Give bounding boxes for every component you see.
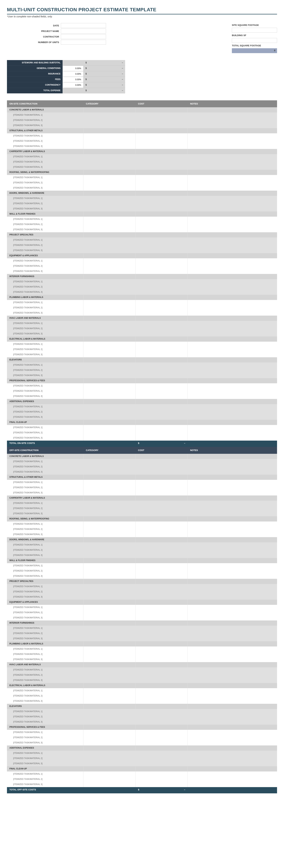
item-notes[interactable]: [188, 243, 277, 248]
item-notes[interactable]: [188, 693, 277, 699]
item-cost[interactable]: [136, 389, 188, 394]
item-notes[interactable]: [188, 238, 277, 243]
item-notes[interactable]: [188, 522, 277, 527]
item-category[interactable]: [83, 652, 136, 657]
item-cost[interactable]: [136, 699, 188, 704]
item-label[interactable]: [ITEMIZED TASK/MATERIAL 1]: [7, 751, 83, 756]
item-notes[interactable]: [188, 227, 277, 232]
item-notes[interactable]: [188, 469, 277, 475]
item-label[interactable]: [ITEMIZED TASK/MATERIAL 1]: [7, 667, 83, 673]
item-cost[interactable]: [136, 164, 188, 170]
item-cost[interactable]: [136, 196, 188, 201]
item-category[interactable]: [83, 383, 136, 389]
item-label[interactable]: [ITEMIZED TASK/MATERIAL 2]: [7, 714, 83, 719]
item-category[interactable]: [83, 693, 136, 699]
item-cost[interactable]: [136, 321, 188, 326]
item-cost[interactable]: [136, 347, 188, 352]
item-category[interactable]: [83, 647, 136, 652]
item-label[interactable]: [ITEMIZED TASK/MATERIAL 2]: [7, 777, 83, 782]
item-label[interactable]: [ITEMIZED TASK/MATERIAL 2]: [7, 243, 83, 248]
item-cost[interactable]: [136, 435, 188, 441]
item-notes[interactable]: [188, 269, 277, 274]
item-notes[interactable]: [188, 248, 277, 253]
item-label[interactable]: [ITEMIZED TASK/MATERIAL 3]: [7, 532, 83, 537]
item-cost[interactable]: [136, 264, 188, 269]
item-category[interactable]: [83, 699, 136, 704]
item-notes[interactable]: [188, 636, 277, 641]
item-cost[interactable]: [136, 185, 188, 191]
item-cost[interactable]: [136, 144, 188, 149]
item-label[interactable]: [ITEMIZED TASK/MATERIAL 1]: [7, 258, 83, 264]
item-notes[interactable]: [188, 217, 277, 222]
item-label[interactable]: [ITEMIZED TASK/MATERIAL 1]: [7, 542, 83, 548]
item-label[interactable]: [ITEMIZED TASK/MATERIAL 2]: [7, 180, 83, 185]
item-cost[interactable]: [136, 740, 188, 745]
item-cost[interactable]: [136, 459, 188, 464]
item-category[interactable]: [83, 574, 136, 579]
item-label[interactable]: [ITEMIZED TASK/MATERIAL 3]: [7, 435, 83, 441]
item-cost[interactable]: [136, 331, 188, 336]
item-notes[interactable]: [188, 532, 277, 537]
item-label[interactable]: [ITEMIZED TASK/MATERIAL 1]: [7, 175, 83, 180]
item-label[interactable]: [ITEMIZED TASK/MATERIAL 1]: [7, 321, 83, 326]
item-category[interactable]: [83, 501, 136, 506]
item-category[interactable]: [83, 605, 136, 610]
item-category[interactable]: [83, 206, 136, 212]
item-category[interactable]: [83, 756, 136, 761]
item-notes[interactable]: [188, 284, 277, 289]
item-cost[interactable]: [136, 568, 188, 574]
item-notes[interactable]: [188, 264, 277, 269]
item-notes[interactable]: [188, 144, 277, 149]
item-category[interactable]: [83, 730, 136, 735]
item-category[interactable]: [83, 118, 136, 123]
item-notes[interactable]: [188, 404, 277, 409]
item-label[interactable]: [ITEMIZED TASK/MATERIAL 3]: [7, 289, 83, 295]
item-notes[interactable]: [188, 756, 277, 761]
item-notes[interactable]: [188, 279, 277, 284]
item-category[interactable]: [83, 310, 136, 316]
item-cost[interactable]: [136, 542, 188, 548]
item-notes[interactable]: [188, 310, 277, 316]
item-notes[interactable]: [188, 485, 277, 490]
item-category[interactable]: [83, 164, 136, 170]
item-cost[interactable]: [136, 300, 188, 305]
item-label[interactable]: [ITEMIZED TASK/MATERIAL 2]: [7, 631, 83, 636]
item-cost[interactable]: [136, 201, 188, 206]
item-cost[interactable]: [136, 605, 188, 610]
item-label[interactable]: [ITEMIZED TASK/MATERIAL 3]: [7, 678, 83, 683]
summary-pct[interactable]: 0.00%: [63, 77, 83, 82]
item-category[interactable]: [83, 688, 136, 693]
item-notes[interactable]: [188, 258, 277, 264]
item-cost[interactable]: [136, 368, 188, 373]
item-notes[interactable]: [188, 164, 277, 170]
item-cost[interactable]: [136, 490, 188, 495]
item-category[interactable]: [83, 227, 136, 232]
item-cost[interactable]: [136, 673, 188, 678]
item-notes[interactable]: [188, 735, 277, 740]
item-category[interactable]: [83, 196, 136, 201]
item-category[interactable]: [83, 636, 136, 641]
item-label[interactable]: [ITEMIZED TASK/MATERIAL 3]: [7, 227, 83, 232]
item-category[interactable]: [83, 201, 136, 206]
item-cost[interactable]: [136, 688, 188, 693]
item-cost[interactable]: [136, 248, 188, 253]
item-label[interactable]: [ITEMIZED TASK/MATERIAL 1]: [7, 154, 83, 159]
item-notes[interactable]: [188, 347, 277, 352]
item-category[interactable]: [83, 589, 136, 594]
item-label[interactable]: [ITEMIZED TASK/MATERIAL 3]: [7, 574, 83, 579]
item-category[interactable]: [83, 772, 136, 777]
item-cost[interactable]: [136, 693, 188, 699]
item-notes[interactable]: [188, 673, 277, 678]
item-notes[interactable]: [188, 542, 277, 548]
item-cost[interactable]: [136, 279, 188, 284]
item-label[interactable]: [ITEMIZED TASK/MATERIAL 2]: [7, 673, 83, 678]
item-category[interactable]: [83, 678, 136, 683]
item-cost[interactable]: [136, 383, 188, 389]
item-notes[interactable]: [188, 133, 277, 138]
item-category[interactable]: [83, 594, 136, 600]
item-label[interactable]: [ITEMIZED TASK/MATERIAL 2]: [7, 652, 83, 657]
item-label[interactable]: [ITEMIZED TASK/MATERIAL 1]: [7, 563, 83, 568]
item-cost[interactable]: [136, 719, 188, 724]
item-label[interactable]: [ITEMIZED TASK/MATERIAL 2]: [7, 118, 83, 123]
item-cost[interactable]: [136, 772, 188, 777]
